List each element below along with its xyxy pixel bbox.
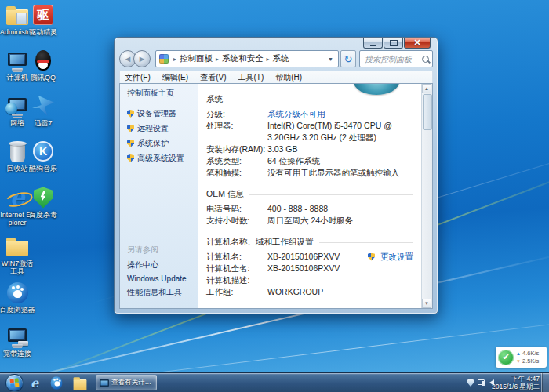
control-panel-icon <box>159 54 169 64</box>
windows-flag-icon <box>9 378 19 387</box>
baidu-browser-icon <box>51 376 63 390</box>
sidebar-item-device-manager[interactable]: 设备管理器 <box>127 108 198 119</box>
menu-tools[interactable]: 工具(T) <box>238 72 264 83</box>
sidebar-item-action-center[interactable]: 操作中心 <box>127 260 187 270</box>
desktop-icon-baidu-browser[interactable]: 百度浏览器 <box>0 281 35 314</box>
row-processor: 处理器: Intel(R) Core(TM) i5-3470 CPU @ 3.2… <box>206 120 413 143</box>
address-dropdown-icon[interactable]: ▼ <box>326 56 335 62</box>
breadcrumb-arrow-icon: ▸ <box>173 56 176 63</box>
refresh-button[interactable]: ↻ <box>340 50 356 67</box>
taskbar-active-window-button[interactable]: 查看有关计算机的基... <box>96 375 157 390</box>
breadcrumb-arrow-icon: ▸ <box>216 56 219 63</box>
safety-check-icon: ✔ <box>498 350 514 365</box>
search-box[interactable] <box>359 50 433 67</box>
scroll-up-icon[interactable]: ▲ <box>422 84 431 93</box>
taskbar-baidu-browser[interactable] <box>47 375 66 390</box>
see-also-header: 另请参阅 <box>127 245 187 256</box>
desktop-icon-baidu-antivirus[interactable]: 百度杀毒 <box>25 186 61 219</box>
network-speed-widget[interactable]: ✔ ▲ 4.6K/s ▼ 2.5K/s <box>496 347 547 368</box>
row-full-computer-name: 计算机全名: XB-20150106PXVV <box>206 263 413 274</box>
uac-shield-icon <box>368 253 375 261</box>
row-support-hours: 支持小时数: 周日至周六 24小时服务 <box>206 215 413 227</box>
menu-view[interactable]: 查看(V) <box>200 72 226 83</box>
maximize-button[interactable] <box>384 38 403 49</box>
desktop-icon-driver-genius[interactable]: 驱 驱动精灵 <box>25 3 61 36</box>
row-workgroup: 工作组: WORKGROUP <box>206 286 413 298</box>
breadcrumb[interactable]: ▸ 控制面板 ▸ 系统和安全 ▸ 系统 ▼ <box>155 50 339 67</box>
breadcrumb-control-panel[interactable]: 控制面板 <box>180 53 213 64</box>
sidebar: 控制面板主页 设备管理器 远程设置 系统保护 高级系统设置 <box>120 84 198 308</box>
scrollbar[interactable]: ▲ ▼ <box>421 84 432 308</box>
row-ram: 安装内存(RAM): 3.03 GB <box>206 143 413 155</box>
system-tray <box>467 373 494 392</box>
section-header-oem: OEM 信息 <box>206 189 413 200</box>
baidu-browser-icon <box>5 281 29 304</box>
search-icon <box>422 56 429 63</box>
row-system-type: 系统类型: 64 位操作系统 <box>206 155 413 167</box>
xunlei-icon <box>31 94 55 118</box>
broadband-connection-icon <box>5 325 29 348</box>
address-bar: ◄ ► ▸ 控制面板 ▸ 系统和安全 ▸ 系统 ▼ ↻ <box>119 50 433 67</box>
search-input[interactable] <box>363 54 422 64</box>
desktop-icon-qq[interactable]: 腾讯QQ <box>25 49 61 82</box>
window-content: 控制面板主页 设备管理器 远程设置 系统保护 高级系统设置 <box>119 83 433 309</box>
desktop-icon-kugou[interactable]: K 酷狗音乐 <box>25 140 61 172</box>
taskbar-clock[interactable]: 下午 4:47 2015/1/6 星期二 <box>492 375 540 390</box>
uac-shield-icon <box>127 140 134 147</box>
forward-button[interactable]: ► <box>133 50 151 67</box>
upload-arrow-icon: ▲ <box>516 351 521 356</box>
system-window-icon <box>100 379 109 387</box>
uac-shield-icon <box>127 154 134 162</box>
driver-genius-icon: 驱 <box>31 3 55 27</box>
kugou-music-icon: K <box>31 140 55 163</box>
row-phone: 电话号码: 400 - 888 - 8888 <box>206 203 413 215</box>
download-arrow-icon: ▼ <box>516 359 521 364</box>
sidebar-item-system-protection[interactable]: 系统保护 <box>127 138 198 149</box>
start-button[interactable] <box>5 374 24 392</box>
menu-help[interactable]: 帮助(H) <box>275 72 302 83</box>
system-window: ✕ ◄ ► ▸ 控制面板 ▸ 系统和安全 ▸ 系统 ▼ ↻ 文件(F) 编 <box>114 37 438 314</box>
desktop-icon-win7-activation-tool[interactable]: WIN7激活工具 <box>0 234 35 275</box>
internet-explorer-icon: e <box>31 376 38 390</box>
sidebar-item-remote-settings[interactable]: 远程设置 <box>127 123 198 134</box>
main-panel: 系统 分级: 系统分级不可用 处理器: Intel(R) Core(TM) i5… <box>198 84 421 308</box>
row-rating: 分级: 系统分级不可用 <box>206 108 413 120</box>
qq-icon <box>31 49 55 72</box>
menu-file[interactable]: 文件(F) <box>125 72 151 83</box>
taskbar: e 查看有关计算机的基... 下午 4:47 2015/1/6 星期二 <box>0 372 549 392</box>
screen: Administr... 计算机 网络 回收站 e Internet Explo… <box>0 0 549 392</box>
section-header-computer-name: 计算机名称、域和工作组设置 <box>206 237 413 248</box>
close-button[interactable]: ✕ <box>404 38 431 49</box>
uac-shield-icon <box>127 110 134 118</box>
sidebar-item-advanced-settings[interactable]: 高级系统设置 <box>127 153 198 164</box>
row-computer-name: 计算机名: XB-20150106PXVV 更改设置 <box>206 251 413 263</box>
minimize-button[interactable] <box>363 38 383 49</box>
speed-readout: ▲ 4.6K/s ▼ 2.5K/s <box>516 350 539 365</box>
desktop-icon-xunlei[interactable]: 迅雷7 <box>25 94 61 127</box>
see-also-group: 另请参阅 操作中心 Windows Update 性能信息和工具 <box>127 245 187 302</box>
breadcrumb-arrow-icon: ▸ <box>267 56 270 63</box>
folder-icon <box>74 379 87 390</box>
breadcrumb-system[interactable]: 系统 <box>273 53 289 64</box>
section-header-system: 系统 <box>206 94 413 105</box>
taskbar-explorer[interactable] <box>71 375 89 390</box>
rating-link[interactable]: 系统分级不可用 <box>267 108 325 120</box>
show-desktop-button[interactable] <box>541 373 549 392</box>
sidebar-item-control-panel-home[interactable]: 控制面板主页 <box>127 88 198 99</box>
row-pen-touch: 笔和触摸: 没有可用于此显示器的笔或触控输入 <box>206 167 413 179</box>
taskbar-internet-explorer[interactable]: e <box>25 375 44 390</box>
scrollbar-thumb[interactable] <box>423 94 432 130</box>
sidebar-item-performance-tools[interactable]: 性能信息和工具 <box>127 287 187 298</box>
desktop-icon-broadband[interactable]: 宽带连接 <box>0 325 35 358</box>
breadcrumb-system-security[interactable]: 系统和安全 <box>222 53 264 64</box>
uac-shield-icon <box>127 125 134 132</box>
caption-buttons: ✕ <box>363 38 431 49</box>
row-computer-description: 计算机描述: <box>206 274 413 286</box>
sidebar-item-windows-update[interactable]: Windows Update <box>127 274 187 283</box>
security-shield-icon[interactable] <box>467 379 474 387</box>
baidu-antivirus-icon <box>31 186 55 209</box>
change-settings-link[interactable]: 更改设置 <box>368 251 413 263</box>
windows-orb-graphic <box>354 84 399 95</box>
menu-edit[interactable]: 编辑(E) <box>162 72 188 83</box>
scroll-down-icon[interactable]: ▼ <box>422 299 431 308</box>
